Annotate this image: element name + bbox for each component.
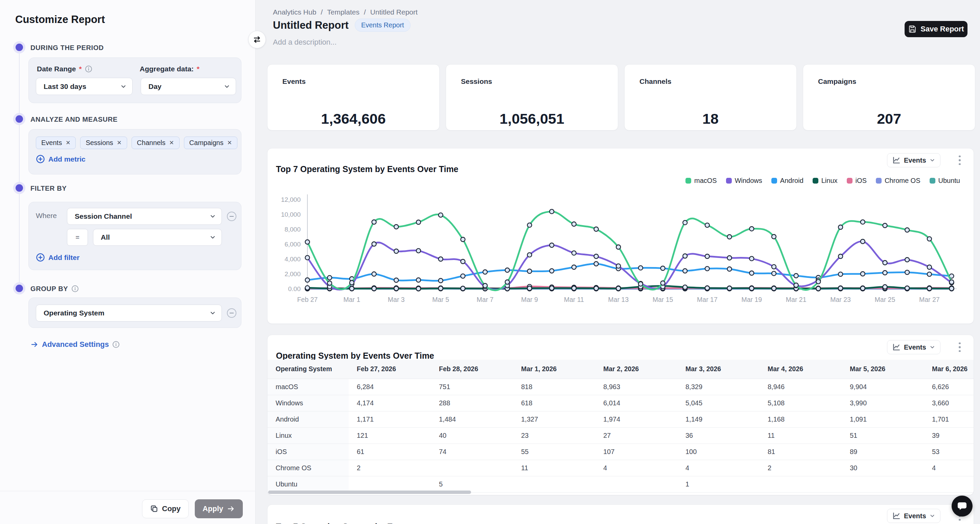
chart-metric-selector[interactable]: Events: [887, 153, 940, 167]
metric-chip-label: Campaigns: [189, 139, 224, 147]
metric-card: Campaigns207: [803, 64, 975, 130]
legend-label: Chrome OS: [885, 177, 921, 184]
chip-remove-icon[interactable]: ✕: [65, 139, 70, 146]
data-point: [372, 286, 376, 291]
filter-value-select[interactable]: All: [93, 229, 222, 246]
table-menu-button[interactable]: [955, 340, 965, 354]
data-point: [350, 286, 354, 291]
remove-group-button[interactable]: [227, 308, 236, 318]
breadcrumb-item[interactable]: Analytics Hub: [273, 8, 316, 16]
table-row-name: Windows: [267, 395, 348, 411]
legend-item[interactable]: iOS: [847, 177, 867, 184]
data-point: [594, 254, 598, 259]
filter-field-select[interactable]: Session Channel: [67, 208, 222, 225]
legend-label: macOS: [694, 177, 717, 184]
table-cell: 121: [348, 427, 431, 443]
legend-item[interactable]: Android: [772, 177, 803, 184]
legend-label: iOS: [856, 177, 867, 184]
apply-button[interactable]: Apply: [195, 499, 243, 518]
group-by-select[interactable]: Operating System: [36, 305, 222, 321]
add-filter-button[interactable]: Add filter: [36, 253, 80, 262]
data-point: [549, 286, 554, 291]
filter-operator[interactable]: =: [67, 229, 88, 246]
data-point: [727, 286, 732, 291]
legend-item[interactable]: Linux: [813, 177, 838, 184]
data-point: [861, 239, 865, 244]
data-point: [527, 286, 531, 291]
table-card: Operating System by Events Over Time Eve…: [267, 335, 974, 495]
metric-chip-label: Sessions: [86, 139, 113, 147]
stepper-line: [19, 47, 20, 288]
data-point: [683, 269, 687, 273]
add-metric-button[interactable]: Add metric: [36, 154, 86, 164]
chevron-down-icon: [209, 234, 216, 241]
legend-item[interactable]: Chrome OS: [876, 177, 921, 184]
chip-remove-icon[interactable]: ✕: [117, 139, 122, 146]
table-cell: 2: [348, 460, 431, 476]
line-chart-icon: [892, 156, 901, 165]
breadcrumb-item[interactable]: Templates: [327, 8, 360, 16]
data-point: [838, 225, 843, 230]
plus-circle-icon: [36, 154, 45, 164]
legend-label: Linux: [821, 177, 838, 184]
data-point: [372, 220, 376, 224]
metric-card-label: Channels: [640, 78, 671, 86]
table-scroll-area: Operating SystemFeb 27, 2026Feb 28, 2026…: [267, 360, 974, 492]
x-axis-tick-label: Mar 13: [608, 296, 628, 303]
chart-menu-button[interactable]: [955, 153, 965, 167]
data-point: [794, 283, 799, 287]
chip-remove-icon[interactable]: ✕: [169, 139, 174, 146]
chevron-down-icon: [120, 83, 127, 90]
breadcrumb-item[interactable]: Untitled Report: [370, 8, 418, 16]
metric-chip-label: Channels: [137, 139, 166, 147]
add-filter-label: Add filter: [48, 254, 80, 262]
data-point: [749, 271, 754, 275]
save-icon: [908, 25, 917, 33]
description-input[interactable]: Add a description...: [273, 38, 336, 47]
horizontal-scrollbar-thumb[interactable]: [268, 491, 471, 494]
table-cell: 6,626: [924, 379, 974, 395]
table-cell: 9,904: [842, 379, 924, 395]
period-panel: Date Range * Aggregate data: * Last 30 d…: [29, 57, 242, 103]
data-point: [483, 270, 487, 274]
legend-label: Ubuntu: [939, 177, 960, 184]
y-axis-tick-label: 6,000: [285, 241, 301, 248]
chevron-down-icon: [224, 83, 230, 90]
legend-item[interactable]: macOS: [686, 177, 717, 184]
copy-button[interactable]: Copy: [142, 499, 189, 518]
remove-filter-button[interactable]: [227, 212, 236, 221]
sidebar-toggle-button[interactable]: [248, 31, 266, 48]
metric-chip-label: Events: [41, 139, 62, 147]
chevron-down-icon: [929, 157, 935, 163]
legend-label: Android: [780, 177, 803, 184]
breadcrumb: Analytics Hub/Templates/Untitled Report: [273, 8, 418, 16]
data-point: [527, 223, 531, 227]
table-cell: 1,974: [595, 411, 677, 427]
data-point: [861, 220, 865, 224]
table-cell: 1,327: [513, 411, 595, 427]
data-point: [416, 278, 421, 282]
table-cell: 5,045: [677, 395, 759, 411]
date-range-select[interactable]: Last 30 days: [36, 78, 132, 95]
chat-widget-button[interactable]: [951, 495, 972, 516]
legend-item[interactable]: Windows: [726, 177, 762, 184]
metric-card-label: Sessions: [461, 78, 492, 86]
metric-card-label: Events: [282, 78, 306, 86]
chevron-down-icon: [929, 513, 935, 519]
bottom-metric-selector[interactable]: Events: [887, 509, 940, 523]
table-metric-selector[interactable]: Events: [887, 340, 940, 354]
aggregate-select[interactable]: Day: [141, 78, 236, 95]
data-point: [794, 273, 799, 278]
sidebar-title: Customize Report: [15, 14, 105, 26]
advanced-settings-link[interactable]: Advanced Settings: [30, 340, 120, 349]
save-report-button[interactable]: Save Report: [905, 21, 967, 37]
aggregate-label: Aggregate data:: [140, 65, 194, 73]
data-point: [638, 282, 643, 286]
data-point: [616, 264, 620, 268]
legend-item[interactable]: Ubuntu: [930, 177, 960, 184]
table-cell: 100: [677, 443, 759, 460]
chip-remove-icon[interactable]: ✕: [227, 139, 232, 146]
table-cell: 751: [431, 379, 513, 395]
table-cell: 11: [513, 460, 595, 476]
table-row-name: Android: [267, 411, 348, 427]
